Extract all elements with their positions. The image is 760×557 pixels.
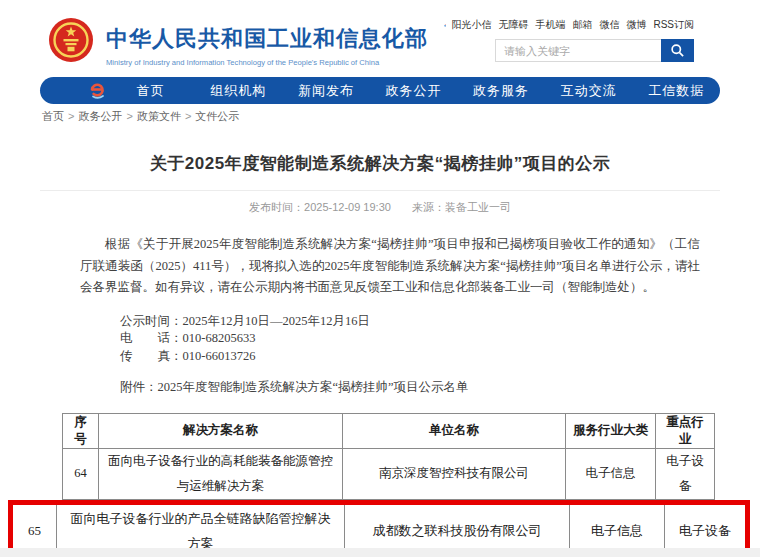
fax-line: 传 真：010-66013726 (120, 348, 700, 366)
nav-item-data[interactable]: 工信数据 (632, 77, 720, 104)
table-row: 64 面向电子设备行业的高耗能装备能源管控与运维解决方案 南京深度智控科技有限公… (63, 448, 715, 499)
col-header-industry: 重点行业 (656, 413, 715, 448)
sunshine-mascot-icon (444, 19, 446, 32)
cell-no: 64 (63, 448, 99, 499)
col-header-category: 服务行业大类 (566, 413, 656, 448)
source-label: 来源： (412, 201, 445, 213)
article-paragraph: 根据《关于开展2025年度智能制造系统解决方案“揭榜挂帅”项目申报和已揭榜项目验… (80, 234, 700, 299)
nav-item-home[interactable]: 首页 (107, 77, 195, 104)
cell-industry: 电子设备 (656, 448, 715, 499)
col-header-solution: 解决方案名称 (99, 413, 343, 448)
breadcrumb: 首页>政务公开>政策文件>文件公示 (42, 109, 239, 124)
table-header-row: 序号 解决方案名称 单位名称 服务行业大类 重点行业 (63, 413, 715, 448)
nav-item-interaction[interactable]: 互动交流 (545, 77, 633, 104)
cell-category: 电子信息 (566, 448, 656, 499)
nav-item-news[interactable]: 新闻发布 (282, 77, 370, 104)
header-top-right: 阳光小信 无障碍 手机端 邮箱 微信 微博 RSS订阅 (444, 18, 694, 62)
phone-line: 电 话：010-68205633 (120, 330, 700, 348)
publish-time: 2025-12-09 19:30 (304, 201, 391, 213)
quick-link-weibo[interactable]: 微博 (626, 18, 646, 32)
quick-link-sunshine[interactable]: 阳光小信 (451, 18, 491, 32)
main-nav: 首页 组织机构 新闻发布 政务公开 政务服务 互动交流 工信数据 (40, 77, 720, 104)
breadcrumb-separator: > (185, 110, 191, 122)
page: 中华人民共和国工业和信息化部 Ministry of Industry and … (0, 0, 760, 557)
col-header-no: 序号 (63, 413, 99, 448)
miit-e-logo-icon (88, 82, 107, 99)
breadcrumb-gov-disclosure[interactable]: 政务公开 (78, 110, 122, 122)
quick-link-wechat[interactable]: 微信 (599, 18, 619, 32)
nav-item-gov-services[interactable]: 政务服务 (457, 77, 545, 104)
col-header-company: 单位名称 (343, 413, 566, 448)
brand-text: 中华人民共和国工业和信息化部 Ministry of Industry and … (106, 24, 486, 67)
article: 关于2025年度智能制造系统解决方案“揭榜挂帅”项目的公示 发布时间：2025-… (0, 130, 760, 557)
quick-links: 阳光小信 无障碍 手机端 邮箱 微信 微博 RSS订阅 (444, 18, 694, 32)
viewport-bottom-edge (0, 548, 760, 557)
nav-item-gov-disclosure[interactable]: 政务公开 (370, 77, 458, 104)
article-meta: 发布时间：2025-12-09 19:30 来源：装备工业一司 (0, 200, 760, 215)
quick-link-mail[interactable]: 邮箱 (572, 18, 592, 32)
site-header: 中华人民共和国工业和信息化部 Ministry of Industry and … (0, 0, 760, 74)
page-title: 关于2025年度智能制造系统解决方案“揭榜挂帅”项目的公示 (60, 152, 700, 175)
national-emblem-icon (48, 17, 94, 63)
cell-solution: 面向电子设备行业的高耗能装备能源管控与运维解决方案 (99, 448, 343, 499)
breadcrumb-home[interactable]: 首页 (42, 110, 64, 122)
title-divider (40, 190, 720, 191)
breadcrumb-separator: > (126, 110, 132, 122)
search-box (495, 39, 694, 62)
nav-item-organization[interactable]: 组织机构 (195, 77, 283, 104)
ministry-name-en: Ministry of Industry and Information Tec… (106, 58, 486, 67)
nav-items: 首页 组织机构 新闻发布 政务公开 政务服务 互动交流 工信数据 (107, 77, 720, 104)
breadcrumb-policy-docs[interactable]: 政策文件 (137, 110, 181, 122)
cell-company: 南京深度智控科技有限公司 (343, 448, 566, 499)
breadcrumb-current: 文件公示 (195, 110, 239, 122)
search-input[interactable] (495, 39, 661, 62)
project-table-top: 序号 解决方案名称 单位名称 服务行业大类 重点行业 64 面向电子设备行业的高… (62, 413, 715, 500)
public-period: 公示时间：2025年12月10日—2025年12月16日 (120, 313, 700, 331)
quick-link-mobile[interactable]: 手机端 (535, 18, 565, 32)
publish-time-label: 发布时间： (249, 201, 304, 213)
quick-link-rss[interactable]: RSS订阅 (653, 18, 694, 32)
search-icon (670, 43, 685, 58)
quick-link-accessibility[interactable]: 无障碍 (498, 18, 528, 32)
project-table-area: 序号 解决方案名称 单位名称 服务行业大类 重点行业 64 面向电子设备行业的高… (62, 413, 714, 557)
attachment-line: 附件：2025年度智能制造系统解决方案“揭榜挂帅”项目公示名单 (120, 379, 700, 396)
source-value: 装备工业一司 (445, 201, 511, 213)
breadcrumb-separator: > (68, 110, 74, 122)
search-button[interactable] (661, 39, 694, 62)
ministry-name: 中华人民共和国工业和信息化部 (106, 24, 486, 54)
contact-block: 公示时间：2025年12月10日—2025年12月16日 电 话：010-682… (120, 313, 700, 366)
